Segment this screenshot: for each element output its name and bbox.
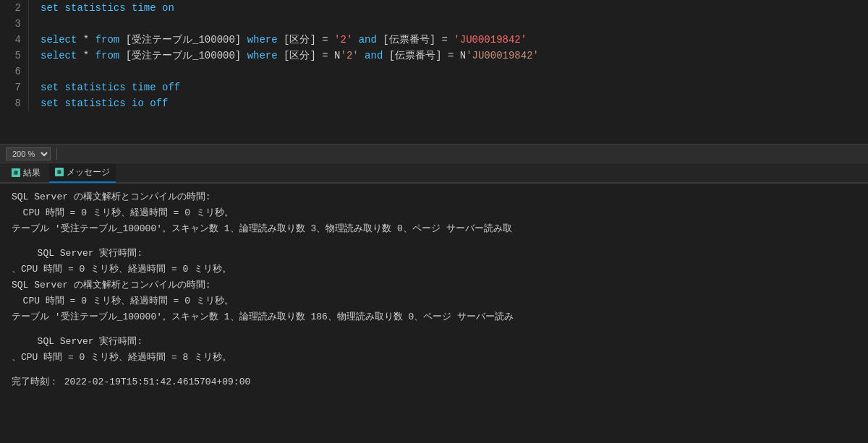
result-line-2: CPU 時間 = 0 ミリ秒、経過時間 = 0 ミリ秒。 (12, 205, 856, 221)
operator2: * (83, 50, 95, 61)
keyword-where: where (247, 34, 278, 46)
line-number-3: 3 (0, 16, 29, 32)
line-content-8: set statistics io off (29, 95, 868, 111)
result-line-3: テーブル '受注テーブル_100000'。スキャン数 1、論理読み取り数 3、物… (12, 221, 856, 237)
line-content-4: select * from [受注テーブル_100000] where [区分]… (29, 32, 868, 48)
result-line-1: SQL Server の構文解析とコンパイルの時間: (12, 189, 856, 205)
line-number-5: 5 (0, 48, 29, 64)
result-spacer-1 (12, 237, 856, 246)
operator: * (83, 34, 95, 46)
code-line-7: 7 set statistics time off (0, 79, 868, 95)
zoom-select[interactable]: 200 % 100 % 150 % (6, 147, 51, 160)
editor-toolbar: 200 % 100 % 150 % (0, 145, 868, 163)
string-val1: '2' (334, 34, 352, 46)
keyword-select2: select (41, 50, 83, 61)
keyword-and1: and (359, 34, 377, 46)
results-tab-bar: ▦ 結果 ▦ メッセージ (0, 163, 868, 184)
result-line-8: CPU 時間 = 0 ミリ秒、経過時間 = 0 ミリ秒。 (12, 293, 856, 309)
condition4: [伝票番号] = N (383, 50, 466, 61)
keyword-stats-off: set statistics time off (41, 82, 180, 93)
keyword-select: select (41, 34, 83, 46)
code-line-2: 2 set statistics time on (0, 0, 868, 16)
code-line-3: 3 (0, 16, 868, 32)
keyword: set statistics time on (41, 2, 174, 14)
code-lines: 2 set statistics time on 3 4 select * fr… (0, 0, 868, 111)
condition3: [区分] = N (278, 50, 341, 61)
string-val2: 'JU00019842' (454, 34, 527, 46)
line-number-8: 8 (0, 95, 29, 111)
line-number-2: 2 (0, 0, 29, 16)
line-content-5: select * from [受注テーブル_100000] where [区分]… (29, 48, 868, 64)
messages-tab-label: メッセージ (67, 166, 110, 179)
result-spacer-3 (12, 366, 856, 374)
result-line-7: SQL Server の構文解析とコンパイルの時間: (12, 278, 856, 293)
tab-results[interactable]: ▦ 結果 (6, 164, 46, 182)
code-line-4: 4 select * from [受注テーブル_100000] where [区… (0, 32, 868, 48)
table-ref2: [受注テーブル_100000] (119, 50, 247, 61)
keyword-io-off: set statistics io off (41, 98, 168, 109)
nstring-val1: '2' (340, 50, 358, 61)
messages-panel[interactable]: SQL Server の構文解析とコンパイルの時間: CPU 時間 = 0 ミリ… (0, 184, 868, 443)
result-line-6: 、CPU 時間 = 0 ミリ秒、経過時間 = 0 ミリ秒。 (12, 262, 856, 278)
result-line-9: テーブル '受注テーブル_100000'。スキャン数 1、論理読み取り数 186… (12, 309, 856, 325)
code-line-6: 6 (0, 64, 868, 79)
keyword-from: from (95, 34, 120, 46)
keyword-from2: from (95, 50, 120, 61)
keyword-and2: and (365, 50, 383, 61)
results-tab-icon: ▦ (12, 168, 20, 177)
code-line-8: 8 set statistics io off (0, 95, 868, 111)
line-content-7: set statistics time off (29, 79, 868, 95)
line-content-2: set statistics time on (29, 0, 868, 16)
code-line-5: 5 select * from [受注テーブル_100000] where [区… (0, 48, 868, 64)
keyword-where2: where (247, 50, 278, 61)
result-line-5: SQL Server 実行時間: (12, 246, 856, 262)
line-number-7: 7 (0, 79, 29, 95)
toolbar-divider (56, 148, 57, 160)
line-content-3 (29, 16, 868, 32)
line-number-4: 4 (0, 32, 29, 48)
result-spacer-2 (12, 325, 856, 334)
messages-tab-icon: ▦ (55, 168, 64, 176)
results-tab-label: 結果 (23, 167, 41, 179)
nstring-val2: 'JU00019842' (466, 50, 539, 61)
result-line-11: SQL Server 実行時間: (12, 334, 856, 350)
result-line-completion: 完了時刻： 2022-02-19T15:51:42.4615704+09:00 (12, 374, 856, 390)
tab-messages[interactable]: ▦ メッセージ (49, 163, 116, 183)
and2 (359, 50, 365, 61)
line-number-6: 6 (0, 64, 29, 79)
result-line-12: 、CPU 時間 = 0 ミリ秒、経過時間 = 8 ミリ秒。 (12, 350, 856, 366)
and1 (352, 34, 358, 46)
line-content-6 (29, 64, 868, 79)
condition2: [伝票番号] = (377, 34, 454, 46)
code-editor[interactable]: 2 set statistics time on 3 4 select * fr… (0, 0, 868, 145)
table-ref: [受注テーブル_100000] (119, 34, 247, 46)
condition1: [区分] = (278, 34, 334, 46)
